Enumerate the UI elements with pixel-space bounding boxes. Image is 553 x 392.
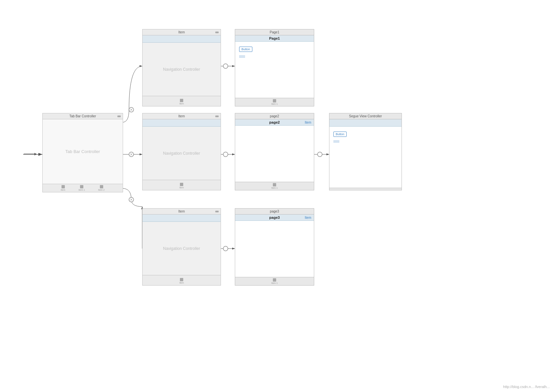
page1-footer-label: Item 1 <box>271 103 277 105</box>
page2-footer-icon: Item 1 <box>271 183 277 189</box>
svg-point-3 <box>129 107 134 112</box>
nav1-footer-icon: Item <box>179 99 184 105</box>
page3-nav-item[interactable]: Item <box>305 216 311 219</box>
nav1-title-bar: Item <box>143 29 221 35</box>
page3-nav-bar: page3 Item <box>235 215 314 221</box>
tab-bar-footer: Item Item 1 Item 2 <box>43 184 123 192</box>
page3-footer-label: Item 1 <box>271 282 277 284</box>
page2-nav-title: page2 <box>269 120 280 124</box>
page1-title-bar: Page1 <box>235 29 314 35</box>
segue-link[interactable]: —— <box>333 139 398 142</box>
nav3-title-label: Item <box>178 210 185 213</box>
tab-icon-2: Item 1 <box>78 185 85 191</box>
nav1-body-label: Navigation Controller <box>163 67 200 72</box>
tab-icon-1: Item <box>61 185 65 191</box>
nav3-footer: Item <box>143 275 221 285</box>
nav1-footer: Item <box>143 96 221 106</box>
svg-line-5 <box>130 109 132 111</box>
segue-nav-bar <box>329 119 402 127</box>
page1-button[interactable]: Button <box>239 47 252 52</box>
page2-nav-item[interactable]: Item <box>305 121 311 124</box>
svg-line-12 <box>130 199 132 201</box>
svg-point-16 <box>223 64 228 68</box>
nav2-body: Navigation Controller <box>143 127 221 180</box>
page3-footer: Item 1 <box>235 277 314 285</box>
nav2-title-bar: Item <box>143 113 221 119</box>
nav2-body-label: Navigation Controller <box>163 151 200 156</box>
svg-point-7 <box>129 152 134 157</box>
svg-line-9 <box>130 153 132 155</box>
tab-bar-controller-title: Tab Bar Controller <box>43 113 123 119</box>
segue-view-controller: Segue View Controller Button —— <box>329 113 402 190</box>
page2-controller: page2 page2 Item Item 1 <box>235 113 314 190</box>
tab-bar-controller-body: Tab Bar Controller <box>43 119 123 184</box>
watermark: http://blog.csdn.n... /lveralh... <box>503 385 550 389</box>
nav1-body: Navigation Controller <box>143 43 221 96</box>
nav3-body-label: Navigation Controller <box>163 246 200 251</box>
page1-link[interactable]: —— <box>239 54 310 57</box>
entry-arrow: ▶ <box>24 152 37 156</box>
nav3-nav-bar <box>143 215 221 222</box>
segue-title-label: Segue View Controller <box>349 114 382 118</box>
svg-point-19 <box>223 152 228 157</box>
page1-controller: Page1 Page1 Button —— Item 1 <box>235 29 314 106</box>
tab-bar-body-label: Tab Bar Controller <box>65 149 100 154</box>
page3-title-label: page3 <box>270 210 279 213</box>
svg-line-8 <box>130 153 132 155</box>
page3-controller: page3 page3 Item Item 1 <box>235 208 314 286</box>
tab-bar-label: Tab Bar Controller <box>69 114 96 118</box>
svg-point-25 <box>318 152 322 157</box>
svg-line-4 <box>130 109 132 111</box>
svg-point-11 <box>129 197 134 202</box>
page1-content: Button —— <box>235 42 314 98</box>
nav-controller-2: Item Navigation Controller Item <box>142 113 221 190</box>
segue-button[interactable]: Button <box>333 132 347 137</box>
svg-line-13 <box>130 199 132 201</box>
page1-footer: Item 1 <box>235 98 314 106</box>
page3-nav-title: page3 <box>269 216 280 219</box>
nav-controller-3: Item Navigation Controller Item <box>142 208 221 286</box>
page3-title-bar: page3 <box>235 209 314 215</box>
nav-controller-1: Item Navigation Controller Item <box>142 29 221 106</box>
page1-nav-bar: Page1 <box>235 35 314 42</box>
svg-point-22 <box>223 246 228 251</box>
page2-nav-bar: page2 Item <box>235 119 314 126</box>
segue-footer <box>329 188 402 190</box>
nav2-title-label: Item <box>178 114 185 118</box>
page2-footer: Item 1 <box>235 182 314 190</box>
page2-title-bar: page2 <box>235 113 314 119</box>
nav1-nav-bar <box>143 35 221 43</box>
nav2-footer-icon: Item <box>179 183 184 189</box>
nav3-footer-icon: Item <box>179 278 184 284</box>
page2-content <box>235 126 314 182</box>
nav2-footer: Item <box>143 180 221 190</box>
page1-title-label: Page1 <box>270 30 279 34</box>
page2-footer-label: Item 1 <box>271 187 277 189</box>
page1-nav-title: Page1 <box>269 36 280 40</box>
page3-footer-icon: Item 1 <box>271 278 277 284</box>
nav2-nav-bar <box>143 119 221 127</box>
nav3-title-bar: Item <box>143 209 221 215</box>
page1-footer-icon: Item 1 <box>271 99 277 105</box>
page2-title-label: page2 <box>270 114 279 118</box>
page3-content <box>235 221 314 277</box>
segue-title-bar: Segue View Controller <box>329 113 402 119</box>
nav3-body: Navigation Controller <box>143 222 221 275</box>
tab-icon-3: Item 2 <box>98 185 105 191</box>
tab-bar-controller: Tab Bar Controller Tab Bar Controller It… <box>42 113 123 192</box>
nav1-title-label: Item <box>178 30 185 34</box>
segue-content: Button —— <box>329 127 402 188</box>
